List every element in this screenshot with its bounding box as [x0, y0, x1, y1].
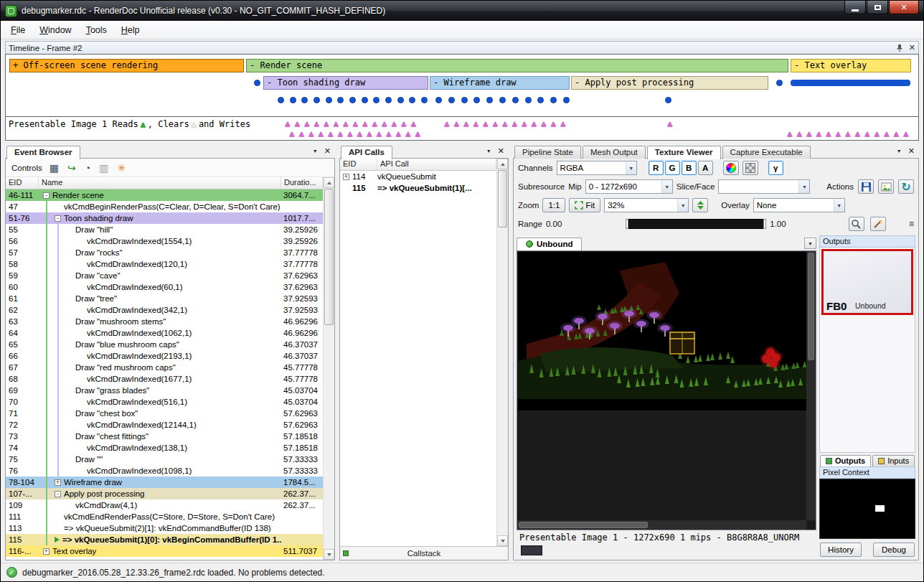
event-row[interactable]: 63Draw "mushroom stems"46.96296 [6, 316, 323, 327]
event-row[interactable]: 58vkCmdDrawIndexed(120,1)37.77778 [6, 258, 323, 270]
menu-help[interactable]: Help [114, 22, 147, 38]
tab-outputs[interactable]: Outputs [820, 455, 871, 466]
event-row[interactable]: 68vkCmdDrawIndexed(1677,1)45.77778 [6, 373, 323, 385]
event-row[interactable]: 74vkCmdDrawIndexed(138,1)57.18518 [6, 442, 323, 454]
event-row[interactable]: 57Draw "rocks"37.77778 [6, 247, 323, 258]
channel-g-button[interactable]: G [665, 161, 680, 175]
menu-window[interactable]: Window [32, 22, 78, 38]
minimize-button[interactable] [844, 1, 866, 14]
tree-expander-icon[interactable]: + [55, 479, 61, 486]
event-row[interactable]: 62vkCmdDrawIndexed(342,1)37.92593 [6, 304, 323, 316]
api-call-row[interactable]: +114vkQueueSubmit [340, 171, 496, 182]
scrollbar-thumb[interactable] [324, 189, 334, 325]
event-row[interactable]: 107-...-Apply post processing262.37... [6, 488, 323, 499]
channels-combo[interactable]: RGBA ▼ [557, 161, 637, 175]
pin-icon[interactable] [896, 44, 903, 52]
timeline-marker-toon[interactable]: - Toon shading draw [263, 76, 428, 90]
flip-y-button[interactable] [692, 198, 708, 212]
range-slider[interactable] [626, 219, 766, 229]
autofit-button[interactable] [870, 217, 886, 231]
tab-event-browser[interactable]: Event Browser [6, 146, 80, 159]
tree-expander-icon[interactable]: - [55, 491, 61, 497]
event-row[interactable]: 59Draw "cave"37.62963 [6, 270, 323, 281]
event-row[interactable]: 115=> vkQueueSubmit(1)[0]: vkBeginComman… [6, 534, 323, 545]
fit-button[interactable]: Fit [569, 198, 600, 212]
column-api-call[interactable]: API Call [377, 159, 496, 170]
event-row[interactable]: 67Draw "red mushroom caps"45.77778 [6, 362, 323, 373]
scroll-up-icon[interactable] [497, 159, 508, 169]
event-row[interactable]: 76vkCmdDrawIndexed(1098,1)57.33333 [6, 465, 323, 477]
timeline-marker-offscreen[interactable]: + Off-screen scene rendering [9, 59, 244, 72]
event-row[interactable]: 71Draw "chest box"57.62963 [6, 408, 323, 419]
refresh-button[interactable]: ↻ [898, 179, 914, 194]
zoom-range-button[interactable] [849, 217, 864, 231]
event-row[interactable]: 66vkCmdDrawIndexed(2193,1)46.37037 [6, 350, 323, 362]
mip-combo[interactable]: 0 - 1272x690 ▼ [585, 179, 673, 194]
event-row[interactable]: 61Draw "tree"37.92593 [6, 293, 323, 304]
event-row[interactable]: 116-...+Text overlay511.7037 [6, 545, 323, 557]
slice-combo[interactable]: ▼ [718, 179, 810, 194]
goto-eid-icon[interactable]: ↪ [67, 163, 76, 173]
event-row[interactable]: 64vkCmdDrawIndexed(1062,1)46.96296 [6, 327, 323, 339]
tab-capture-executable[interactable]: Capture Executable [722, 146, 811, 159]
range-handle-min[interactable] [626, 219, 628, 229]
debug-button[interactable]: Debug [873, 543, 915, 557]
column-duration[interactable]: Duratio... [281, 177, 323, 189]
export-image-button[interactable] [878, 179, 894, 194]
event-row[interactable]: 75Draw ""57.33333 [6, 454, 323, 465]
timeline-marker-render[interactable]: - Render scene [246, 59, 788, 72]
timeline-close-icon[interactable]: ✕ [909, 43, 915, 52]
event-row[interactable]: 70vkCmdDrawIndexed(516,1)45.03704 [6, 396, 323, 408]
channel-r-button[interactable]: R [649, 161, 664, 175]
close-button[interactable]: ✕ [889, 1, 919, 14]
event-row[interactable]: 60vkCmdDrawIndexed(60,1)37.62963 [6, 281, 323, 293]
range-handle-max[interactable] [763, 219, 766, 229]
event-row[interactable]: 73Draw "chest fittings"57.18518 [6, 431, 323, 442]
stats-icon[interactable]: ▥ [99, 163, 108, 173]
column-name[interactable]: Name [39, 177, 281, 189]
texture-hscrollbar[interactable] [517, 520, 806, 530]
timeline-body[interactable]: + Off-screen scene rendering - Render sc… [5, 54, 919, 141]
event-row[interactable]: 109vkCmdDraw(4,1)262.37... [6, 499, 323, 511]
panel-menu-icon[interactable]: ▼ [313, 149, 318, 154]
panel-menu-icon[interactable]: ▼ [897, 149, 902, 154]
channel-a-button[interactable]: A [698, 161, 713, 175]
tab-texture-viewer[interactable]: Texture Viewer [647, 146, 721, 159]
time-durations-icon[interactable]: ◔ [85, 163, 90, 173]
event-row[interactable]: 46-111-Render scene3064.7... [6, 189, 323, 201]
zoom-combo[interactable]: 32% ▼ [604, 198, 689, 212]
history-button[interactable]: History [820, 543, 862, 557]
event-row[interactable]: 72vkCmdDrawIndexed(12144,1)57.62963 [6, 419, 323, 431]
bookmark-icon[interactable]: ✳ [118, 163, 126, 173]
menu-file[interactable]: File [4, 22, 32, 38]
timeline-marker-wireframe[interactable]: - Wireframe draw [430, 76, 570, 90]
texture-vscrollbar[interactable] [806, 251, 816, 520]
panel-menu-icon[interactable]: ▼ [486, 149, 491, 154]
gamma-button[interactable]: γ [768, 161, 783, 175]
fb0-thumbnail[interactable]: FB0 Unbound [821, 249, 913, 315]
texture-viewport[interactable] [517, 250, 816, 530]
api-calls-scrollbar[interactable] [496, 159, 508, 546]
event-row[interactable]: 56vkCmdDrawIndexed(1554,1)39.25926 [6, 235, 323, 247]
timeline-marker-post[interactable]: - Apply post processing [571, 76, 768, 90]
event-row[interactable]: 113=> vkQueueSubmit(2)[1]: vkEndCommandB… [6, 522, 323, 534]
scroll-down-icon[interactable] [497, 535, 508, 546]
menu-tools[interactable]: Tools [79, 22, 114, 38]
tree-expander-icon[interactable]: + [343, 174, 349, 180]
tree-expander-icon[interactable]: - [55, 215, 61, 222]
scrollbar-thumb[interactable] [498, 170, 507, 227]
scroll-down-icon[interactable] [324, 549, 334, 560]
tab-api-calls[interactable]: API Calls [341, 146, 392, 159]
api-call-row[interactable]: 115=> vkQueueSubmit(1)[... [340, 182, 496, 194]
event-row[interactable]: 111vkCmdEndRenderPass(C=Store, D=Store, … [6, 511, 323, 522]
panel-close-icon[interactable]: ✕ [908, 146, 915, 156]
tree-expander-icon[interactable]: + [43, 548, 50, 555]
color-wheel-button[interactable] [723, 161, 739, 175]
event-row[interactable]: 47vkCmdBeginRenderPass(C=Clear, D=Clear,… [6, 201, 323, 212]
tab-pipeline-state[interactable]: Pipeline State [514, 146, 581, 159]
tab-inputs[interactable]: Inputs [872, 455, 915, 466]
timeline-marker-text-overlay[interactable]: - Text overlay [791, 59, 911, 72]
pixel-context-view[interactable] [819, 479, 915, 539]
channel-b-button[interactable]: B [682, 161, 697, 175]
event-row[interactable]: 78-104+Wireframe draw1784.5... [6, 477, 323, 488]
